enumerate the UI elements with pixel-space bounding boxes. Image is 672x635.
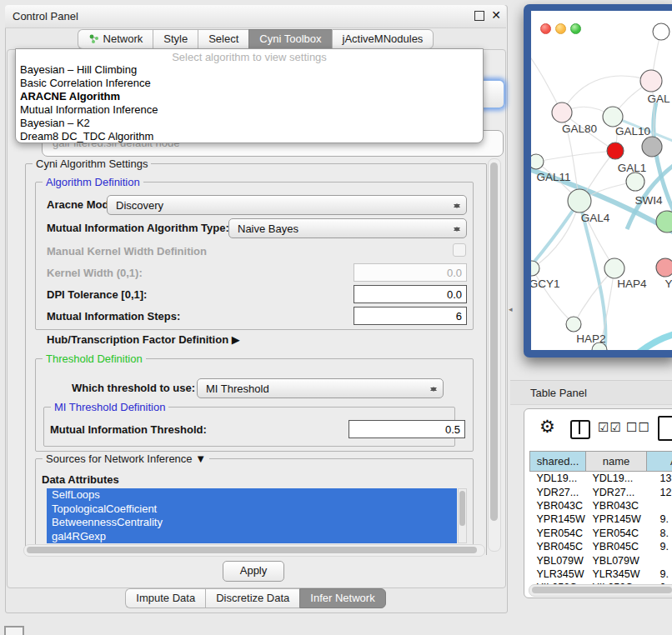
tab-infer-network[interactable]: Infer Network xyxy=(299,588,385,608)
panel-splitter-collapse-icon[interactable]: ◂ xyxy=(509,305,513,313)
table-row[interactable]: YBR043CYBR043C xyxy=(530,499,672,512)
column-header-a[interactable]: A xyxy=(647,452,672,472)
table-cell: YDR27... xyxy=(586,485,647,498)
attribute-item-betweennesscentrality[interactable]: BetweennessCentrality xyxy=(47,516,457,530)
network-node[interactable] xyxy=(642,137,662,157)
network-node-gal4[interactable] xyxy=(568,189,591,212)
algorithm-option-mutual-information-inference[interactable]: Mutual Information Inference xyxy=(16,103,483,117)
node-label: GAL80 xyxy=(562,122,597,135)
network-node[interactable] xyxy=(653,23,669,40)
algorithm-dropdown-popup: Select algorithm to view settings Bayesi… xyxy=(15,48,484,143)
network-node-gal[interactable] xyxy=(640,70,662,92)
control-panel-titlebar[interactable]: Control Panel ✕ xyxy=(5,5,506,28)
dpi-tolerance-field[interactable] xyxy=(354,285,467,303)
table-cell: YBR043C xyxy=(586,499,647,512)
tab-style[interactable]: Style xyxy=(153,29,198,49)
network-node-y[interactable] xyxy=(656,258,672,277)
select-all-icon[interactable]: ☑☑ xyxy=(598,420,622,435)
tab-network[interactable]: Network xyxy=(78,29,153,49)
node-label: GCY1 xyxy=(531,278,559,290)
algorithm-option-aracne-algorithm[interactable]: ARACNE Algorithm xyxy=(16,90,483,103)
node-label: GAL4 xyxy=(581,212,610,224)
settings-vscrollbar-thumb[interactable] xyxy=(490,162,498,521)
control-panel-tabs: NetworkStyleSelectCyni ToolboxjActiveMNo… xyxy=(5,30,506,49)
column-header-shared[interactable]: shared... xyxy=(530,452,586,472)
algorithm-option-dream8-dc-tdc-algorithm[interactable]: Dream8 DC_TDC Algorithm xyxy=(16,130,483,143)
kernel-width-field[interactable] xyxy=(354,263,467,282)
network-node-gal11[interactable] xyxy=(531,154,544,169)
close-icon[interactable]: ✕ xyxy=(491,8,501,22)
tab-select[interactable]: Select xyxy=(198,29,248,49)
table-row[interactable]: YDL19...YDL19...13 xyxy=(530,472,672,486)
table-row[interactable]: YPR145WYPR145W9. xyxy=(530,512,672,526)
table-cell xyxy=(647,553,672,567)
panel-corner-icon[interactable] xyxy=(4,626,24,635)
table-row[interactable]: YLR345WYLR345W9. xyxy=(530,568,672,581)
algorithm-option-bayesian-hill-climbing[interactable]: Bayesian – Hill Climbing xyxy=(16,63,483,77)
hub-definition-toggle[interactable]: Hub/Transcription Factor Definition ▶ xyxy=(47,333,240,346)
deselect-all-icon[interactable]: ☐☐ xyxy=(626,420,650,435)
table-cell: YPR145W xyxy=(530,512,586,526)
algorithm-option-bayesian-k2[interactable]: Bayesian – K2 xyxy=(16,117,483,130)
table-hscrollbar-thumb[interactable] xyxy=(532,587,672,593)
tab-cyni-toolbox[interactable]: Cyni Toolbox xyxy=(248,29,331,49)
network-node-hap2[interactable] xyxy=(566,317,581,332)
network-node-gal80[interactable] xyxy=(552,102,572,122)
attributes-scrollbar-thumb[interactable] xyxy=(459,491,465,526)
table-cell: YDR27... xyxy=(530,485,586,498)
node-label: Y xyxy=(664,278,672,290)
attribute-item-topologicalcoefficient[interactable]: TopologicalCoefficient xyxy=(47,502,457,517)
table-cell: YLR345W xyxy=(530,568,586,581)
table-cell: 9. xyxy=(647,512,672,526)
mi-type-combobox[interactable]: Naive Bayes xyxy=(228,218,467,238)
document-icon[interactable] xyxy=(658,416,672,441)
attribute-item-gal4rgexp[interactable]: gal4RGexp xyxy=(47,530,457,544)
manual-kernel-label: Manual Kernel Width Definition xyxy=(47,245,207,258)
mi-steps-field[interactable] xyxy=(354,307,467,325)
cyni-mode-tabs: Impute DataDiscretize DataInfer Network xyxy=(5,588,506,608)
which-threshold-combobox[interactable]: MI Threshold xyxy=(197,378,444,398)
cyni-settings-group-title: Cyni Algorithm Settings xyxy=(33,158,151,170)
mi-threshold-label: Mutual Information Threshold: xyxy=(50,423,207,436)
mi-steps-label: Mutual Information Steps: xyxy=(47,310,180,322)
algorithm-definition-title: Algorithm Definition xyxy=(43,176,143,188)
attribute-item-selfloops[interactable]: SelfLoops xyxy=(47,488,457,502)
network-node-gcy1[interactable] xyxy=(531,261,539,276)
cyni-settings-viewport: Cyni Algorithm Settings Algorithm Defini… xyxy=(20,155,502,555)
mi-threshold-field[interactable] xyxy=(349,420,465,438)
network-node-gal1[interactable] xyxy=(607,142,624,159)
kernel-width-label: Kernel Width (0,1): xyxy=(47,267,143,279)
table-row[interactable]: YER054CYER054C8. xyxy=(530,527,672,540)
node-label: GAL xyxy=(647,92,670,105)
split-columns-icon[interactable] xyxy=(570,420,590,439)
gear-icon[interactable]: ⚙ xyxy=(539,417,555,437)
table-row[interactable]: YBL079WYBL079W xyxy=(530,553,672,567)
dropdown-placeholder: Select algorithm to view settings xyxy=(16,51,483,63)
table-row[interactable]: YBR045CYBR045C9. xyxy=(530,540,672,553)
manual-kernel-checkbox[interactable] xyxy=(453,243,466,257)
apply-button[interactable]: Apply xyxy=(223,561,284,582)
network-canvas[interactable]: GALGAL80GAL10GAL1GAL11SWI4GAL4GCY1HAP4YH… xyxy=(531,11,672,350)
network-node-gal10[interactable] xyxy=(603,107,623,127)
network-edge xyxy=(562,76,651,112)
aracne-mode-combobox[interactable]: Discovery xyxy=(107,195,467,215)
column-header-name[interactable]: name xyxy=(586,452,647,472)
network-node-hap4[interactable] xyxy=(604,258,624,278)
dropdown-items: Bayesian – Hill ClimbingBasic Correlatio… xyxy=(16,63,483,144)
network-icon xyxy=(88,33,99,44)
node-table: shared...nameA YDL19...YDL19...13YDR27..… xyxy=(529,451,672,595)
settings-horizontal-scrollbar xyxy=(23,544,485,557)
algorithm-option-basic-correlation-inference[interactable]: Basic Correlation Inference xyxy=(16,77,483,90)
table-row[interactable]: YDR27...YDR27...12 xyxy=(530,485,672,498)
tab-label: Impute Data xyxy=(136,592,195,604)
float-window-icon[interactable] xyxy=(474,11,484,21)
network-node-swi4[interactable] xyxy=(626,172,644,191)
network-node[interactable] xyxy=(656,211,672,232)
tab-impute-data[interactable]: Impute Data xyxy=(125,588,205,608)
application-window: Control Panel ✕ NetworkStyleSelectCyni T… xyxy=(0,0,672,635)
settings-hscrollbar-thumb[interactable] xyxy=(27,547,477,553)
network-graph: GALGAL80GAL10GAL1GAL11SWI4GAL4GCY1HAP4YH… xyxy=(531,11,672,350)
tab-label: jActiveMNodules xyxy=(343,32,424,45)
tab-discretize-data[interactable]: Discretize Data xyxy=(205,588,299,608)
tab-jactivemnodules[interactable]: jActiveMNodules xyxy=(332,29,434,49)
